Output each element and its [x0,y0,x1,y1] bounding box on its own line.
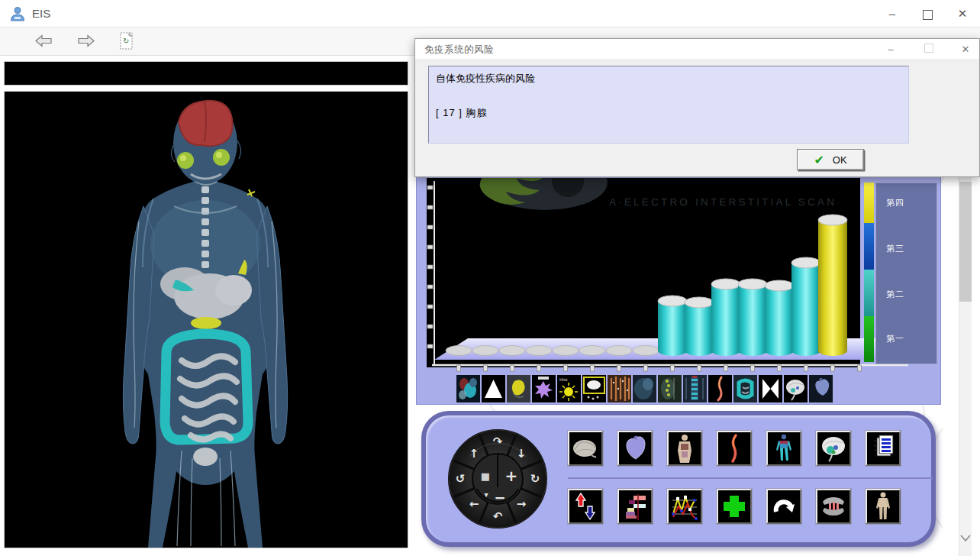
back-arrow-icon[interactable] [35,34,52,50]
dpad-tri-button[interactable]: ▾ [484,490,488,499]
legend-label-4: 第四 [886,197,904,208]
svg-text:↻: ↻ [123,37,129,45]
dpad-hand-left-button[interactable]: ↺ [456,472,466,486]
chart-legend-panel: 第四 第三 第二 第一 [875,183,937,364]
report-button[interactable] [866,431,901,466]
thumb-colon-cyan[interactable] [733,375,757,402]
refresh-report-icon[interactable]: ↻ [120,32,135,54]
title-bar: EIS – ✕ [0,0,980,27]
dpad-down-button[interactable]: ↓ [517,447,527,461]
thumb-spine-cyan[interactable] [683,375,707,402]
spine-button[interactable] [717,431,752,466]
window-title: EIS [32,7,50,20]
control-panel: ↷ ↑ ↓ ↺ ↻ ← → ↶ ■ + ▾ − [421,411,936,547]
ok-button-label: OK [833,154,847,166]
thumb-thyroid-yellow[interactable] [507,375,530,402]
risk-message-box: 自体免疫性疾病的风险 [ 17 ] 胸腺 [428,66,909,144]
brain-section-button[interactable] [816,431,851,466]
panel-divider [568,477,933,479]
immune-risk-dialog: 免疫系统的风险 – ✕ 自体免疫性疾病的风险 [ 17 ] 胸腺 ✔ OK [414,38,980,177]
thumb-spinal-curve-red[interactable] [708,375,732,402]
dpad-stop-button[interactable]: ■ [481,470,490,482]
dpad-right-button[interactable]: → [517,497,527,511]
thumb-spine-lymph[interactable] [658,375,682,402]
risk-arrows-button[interactable] [568,489,603,524]
ok-button[interactable]: ✔ OK [797,149,864,170]
thumb-muscle-fibers[interactable] [608,375,631,402]
dpad-hand-right-button[interactable]: ↻ [530,472,540,486]
health-cross-button[interactable] [717,489,752,524]
maximize-icon [923,10,933,20]
thumb-organ-blue-blur[interactable] [633,375,656,402]
checkmark-icon: ✔ [814,153,824,167]
risk-item-text: [ 17 ] 胸腺 [436,106,901,120]
legend-label-1: 第一 [886,333,904,344]
risk-chart-panel: A·ELECTRO INTERSTITIAL SCAN 第四 第三 第二 第一 … [416,176,941,405]
bar-graph-button[interactable] [617,489,653,524]
forward-arrow-icon[interactable] [78,34,95,50]
risk-header-text: 自体免疫性疾病的风险 [436,72,901,86]
thumb-starburst-purple[interactable] [532,375,556,402]
viewport-header-bar [4,61,408,86]
heart-button[interactable] [617,431,653,466]
undo-arrow-button[interactable] [766,489,801,524]
window-minimize-button[interactable]: – [875,0,910,27]
dialog-title-bar: 免疫系统的风险 – ✕ [415,39,979,59]
human-body-model [5,92,408,548]
thumb-brain-white[interactable] [784,375,808,402]
window-close-button[interactable]: ✕ [945,0,980,27]
torso-anatomy-button[interactable] [667,431,702,466]
dialog-close-button[interactable]: ✕ [954,42,977,57]
dpad-up-button[interactable]: ↑ [469,447,479,461]
rotation-dpad: ↷ ↑ ↓ ↺ ↻ ← → ↶ ■ + ▾ − [446,428,549,530]
teeth-button[interactable] [816,489,851,524]
thumb-triangle-white[interactable] [482,375,505,402]
full-body-button[interactable] [766,431,801,466]
risk-bar-chart: A·ELECTRO INTERSTITIAL SCAN [417,176,942,409]
svg-text:A·ELECTRO INTERSTITIAL SCAN: A·ELECTRO INTERSTITIAL SCAN [609,196,837,208]
eis-app-window: { "window": { "title": "EIS", "minimize_… [0,0,980,556]
scroll-down-chevron-icon[interactable] [960,535,971,542]
brain-button[interactable] [568,431,603,466]
thumb-heart-small-blue[interactable] [809,375,833,402]
dialog-minimize-button[interactable]: – [879,42,902,57]
body-model-button[interactable] [866,489,901,524]
dialog-maximize-icon [924,44,933,53]
thumb-organs-teal[interactable] [456,375,480,402]
legend-label-2: 第二 [886,289,904,300]
thumb-ellipse-outline[interactable] [582,375,606,402]
dpad-zoom-out-button[interactable]: − [494,490,505,506]
app-person-icon [9,5,26,25]
dpad-rotate-top-button[interactable]: ↷ [493,435,503,448]
dialog-title: 免疫系统的风险 [424,44,494,57]
thumb-sun-hist[interactable]: Hist [557,375,581,402]
thumb-hourglass-white[interactable] [759,375,782,402]
dialog-maximize-button[interactable] [917,42,940,57]
line-graph-button[interactable] [667,489,702,524]
scrollbar-thumb[interactable] [959,182,972,302]
legend-label-3: 第三 [886,243,904,254]
dpad-zoom-in-button[interactable]: + [505,467,518,485]
window-maximize-button[interactable] [910,0,945,27]
dpad-left-button[interactable]: ← [469,497,479,511]
body-3d-viewport[interactable] [4,91,408,548]
svg-text:Hist: Hist [559,377,568,382]
dpad-rotate-bottom-button[interactable]: ↶ [493,509,503,523]
